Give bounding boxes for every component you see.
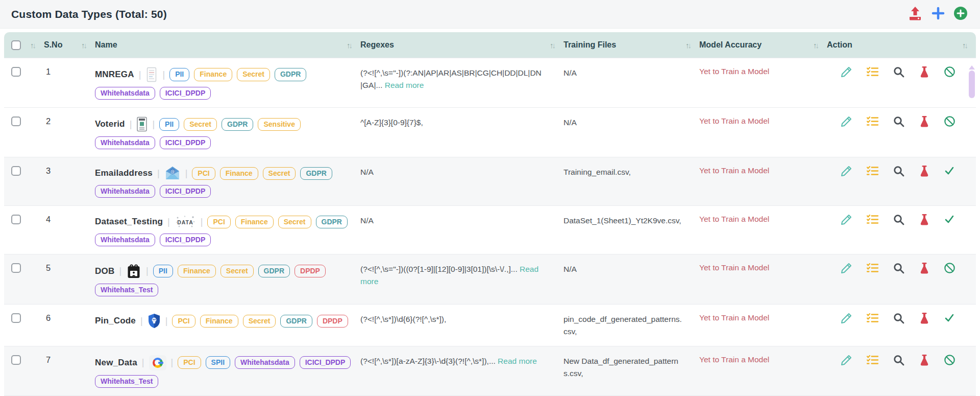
separator: | (157, 168, 160, 179)
row-checkbox[interactable] (11, 263, 21, 273)
tag-badge: Secret (263, 167, 296, 180)
upload-button[interactable] (908, 6, 923, 22)
calendar-icon (126, 263, 141, 279)
edit-button[interactable] (840, 312, 852, 326)
edit-button[interactable] (840, 262, 852, 276)
disabled-status-button[interactable] (944, 115, 955, 129)
search-button[interactable] (893, 165, 905, 179)
train-model-button[interactable] (919, 66, 930, 80)
row-sno: 6 (44, 305, 95, 345)
select-all-checkbox[interactable] (11, 40, 21, 50)
training-files: N/A (564, 254, 699, 304)
vertical-scrollbar[interactable] (969, 65, 975, 387)
flask-icon (919, 165, 930, 179)
disabled-status-button[interactable] (944, 354, 955, 367)
row-sno: 2 (44, 108, 95, 157)
header-regexes: Regexes ↑↓ (360, 40, 564, 50)
page-title: Custom Data Types (Total: 50) (11, 8, 167, 20)
edit-button[interactable] (840, 354, 852, 368)
sort-icon[interactable]: ↑↓ (81, 41, 86, 50)
enabled-status-button[interactable] (944, 165, 955, 178)
sort-icon[interactable]: ↑↓ (962, 41, 967, 50)
enabled-status-button[interactable] (944, 214, 955, 226)
sort-icon[interactable]: ↑↓ (30, 41, 35, 50)
row-checkbox[interactable] (11, 215, 21, 224)
tag-badge: Secret (184, 118, 217, 131)
datatype-name: New_Data (95, 358, 137, 368)
separator: | (165, 316, 168, 327)
row-sno: 1 (44, 58, 95, 107)
checklist-icon (866, 66, 879, 79)
edit-icon (840, 66, 852, 80)
checklist-button[interactable] (866, 66, 879, 79)
checklist-button[interactable] (866, 312, 879, 325)
tag-badge: GDPR (300, 167, 332, 180)
tag-badge: Whitehats_Test (95, 284, 158, 296)
separator: | (201, 217, 203, 227)
header-checkbox-cell: ↑↓ (4, 40, 44, 50)
separator: | (142, 357, 144, 368)
tag-badge: Finance (200, 315, 238, 328)
edit-button[interactable] (840, 115, 852, 129)
add-icon (931, 6, 945, 22)
checklist-button[interactable] (866, 214, 879, 226)
row-sno: 4 (44, 206, 95, 254)
row-checkbox[interactable] (11, 355, 21, 365)
search-button[interactable] (893, 354, 905, 368)
train-model-button[interactable] (919, 165, 930, 179)
datatype-name: MNREGA (95, 69, 134, 80)
row-actions (827, 58, 976, 107)
tag-badge: GDPR (316, 216, 348, 228)
search-button[interactable] (893, 262, 905, 276)
train-model-button[interactable] (919, 115, 930, 129)
model-accuracy: Yet to Train a Model (699, 254, 827, 304)
add-button[interactable] (931, 6, 945, 22)
checklist-button[interactable] (866, 262, 879, 275)
train-model-button[interactable] (919, 312, 930, 326)
tag-badge: GDPR (222, 118, 253, 131)
create-datatype-button[interactable] (953, 6, 968, 22)
disabled-status-button[interactable] (944, 262, 955, 275)
row-regex-cell: (?<![^,\s*])[a-zA-Z]{3}\-\d{3}(?![^,\s*]… (360, 346, 564, 395)
row-checkbox[interactable] (11, 67, 21, 77)
table-row: 5 DOB | | PIIFinanceSecretGDPRDPDPWhiteh… (4, 254, 976, 304)
train-model-button[interactable] (919, 262, 930, 276)
edit-button[interactable] (840, 66, 852, 80)
disabled-status-button[interactable] (944, 66, 955, 79)
edit-icon (840, 354, 852, 368)
table-row: 6 Pin_Code | | PCIFinanceSecretGDPRDPDP … (4, 304, 976, 345)
search-button[interactable] (893, 115, 905, 129)
edit-button[interactable] (840, 165, 852, 179)
search-button[interactable] (893, 214, 905, 227)
tag-badge: DPDP (317, 315, 348, 328)
datatype-name: Dataset_Testing (95, 217, 163, 227)
row-sno: 5 (44, 254, 95, 304)
train-model-button[interactable] (919, 214, 930, 227)
regex-text: ^[A-Z]{3}[0-9]{7}$, (360, 118, 423, 127)
read-more-link[interactable]: Read more (385, 81, 424, 89)
scrollbar-up-arrow[interactable] (969, 65, 975, 69)
checklist-button[interactable] (866, 115, 879, 128)
train-model-button[interactable] (919, 354, 930, 368)
separator: | (130, 119, 132, 130)
row-checkbox[interactable] (11, 166, 21, 176)
row-checkbox[interactable] (11, 117, 21, 126)
row-checkbox[interactable] (11, 313, 21, 323)
scrollbar-thumb[interactable] (969, 71, 975, 98)
checklist-button[interactable] (866, 354, 879, 367)
read-more-link[interactable]: Read more (498, 357, 537, 365)
model-accuracy: Yet to Train a Model (699, 305, 827, 345)
row-actions (827, 346, 976, 395)
sort-icon[interactable]: ↑↓ (550, 41, 554, 50)
search-button[interactable] (893, 66, 905, 80)
search-button[interactable] (893, 312, 905, 326)
sort-icon[interactable]: ↑↓ (685, 41, 690, 50)
row-name-cell: Voterid | | PIISecretGDPRSensitiveWhiteh… (95, 108, 360, 157)
sort-icon[interactable]: ↑↓ (347, 41, 351, 50)
tag-badge: ICICI_DPDP (160, 87, 211, 100)
enabled-status-button[interactable] (944, 312, 955, 325)
training-files: N/A (564, 108, 699, 157)
checklist-button[interactable] (866, 165, 879, 178)
sort-icon[interactable]: ↑↓ (813, 41, 818, 50)
edit-button[interactable] (840, 214, 852, 227)
